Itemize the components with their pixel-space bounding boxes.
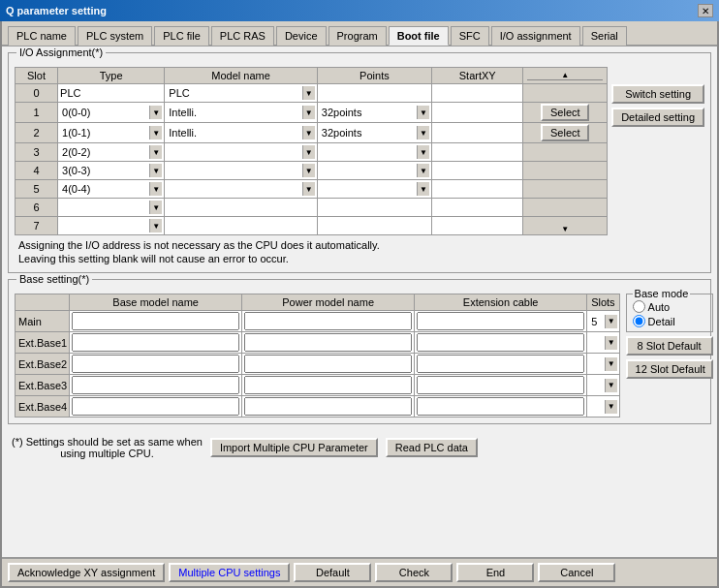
base-model-input[interactable] (72, 333, 239, 352)
tab-plc-ras[interactable]: PLC RAS (211, 26, 274, 46)
tab-boot-file[interactable]: Boot file (389, 26, 449, 46)
points-cell[interactable]: ▼ (317, 180, 431, 199)
slot8-default-button[interactable]: 8 Slot Default (626, 336, 713, 356)
select-cell[interactable]: Select (523, 123, 608, 143)
model-cell[interactable]: ▼ (165, 180, 318, 199)
base-model-cell[interactable] (70, 396, 242, 418)
slots-cell[interactable]: ▼ (587, 332, 619, 354)
type-dropdown-arrow[interactable]: ▼ (149, 106, 162, 119)
power-model-input[interactable] (244, 397, 412, 416)
points-cell[interactable]: 32points ▼ (317, 123, 431, 143)
base-model-input[interactable] (72, 312, 239, 330)
slots-cell[interactable]: ▼ (587, 354, 619, 375)
base-model-cell[interactable] (70, 375, 242, 396)
ext-cable-cell[interactable] (415, 375, 587, 396)
multiple-cpu-settings-button[interactable]: Multiple CPU settings (169, 563, 290, 582)
model-dropdown-arrow[interactable]: ▼ (302, 182, 315, 196)
ext-cable-cell[interactable] (415, 396, 587, 418)
power-model-input[interactable] (244, 355, 412, 373)
points-cell[interactable]: ▼ (317, 143, 431, 162)
switch-setting-button[interactable]: Switch setting (611, 84, 704, 104)
slots-dropdown-arrow[interactable]: ▼ (605, 379, 617, 392)
type-dropdown-arrow[interactable]: ▼ (149, 201, 162, 214)
slots-dropdown-arrow[interactable]: ▼ (605, 315, 617, 328)
points-dropdown-arrow[interactable]: ▼ (417, 182, 429, 196)
ext-cable-cell[interactable] (415, 354, 587, 375)
check-button[interactable]: Check (375, 563, 453, 582)
tab-program[interactable]: Program (328, 26, 387, 46)
ext-cable-input[interactable] (417, 312, 584, 330)
type-dropdown-arrow[interactable]: ▼ (149, 126, 162, 139)
ext-cable-cell[interactable] (415, 311, 587, 332)
base-model-cell[interactable] (70, 311, 242, 332)
ext-cable-input[interactable] (417, 376, 584, 394)
power-model-cell[interactable] (242, 375, 415, 396)
tab-plc-name[interactable]: PLC name (8, 26, 76, 46)
type-cell[interactable]: ▼ (58, 199, 165, 217)
type-dropdown-arrow[interactable]: ▼ (149, 164, 162, 177)
ext-cable-input[interactable] (417, 397, 584, 416)
type-cell[interactable]: 1(0-1) ▼ (58, 123, 165, 143)
power-model-input[interactable] (244, 376, 412, 394)
power-model-cell[interactable] (242, 396, 415, 418)
model-dropdown-arrow[interactable]: ▼ (302, 126, 315, 139)
scroll-down-cell[interactable]: ▼ (523, 217, 608, 235)
points-dropdown-arrow[interactable]: ▼ (417, 126, 429, 139)
tab-plc-file[interactable]: PLC file (154, 26, 209, 46)
model-dropdown-arrow[interactable]: ▼ (302, 86, 315, 100)
tab-sfc[interactable]: SFC (451, 26, 489, 46)
select-cell[interactable]: Select (523, 103, 608, 123)
detailed-setting-button[interactable]: Detailed setting (611, 108, 704, 127)
slot12-default-button[interactable]: 12 Slot Default (626, 359, 713, 379)
points-dropdown-arrow[interactable]: ▼ (417, 164, 429, 177)
slots-cell[interactable]: 5 ▼ (587, 311, 619, 332)
points-cell[interactable]: ▼ (317, 162, 431, 180)
model-cell[interactable]: PLC ▼ (165, 84, 318, 103)
acknowledge-xy-button[interactable]: Acknowledge XY assignment (8, 563, 165, 582)
model-dropdown-arrow[interactable]: ▼ (302, 164, 315, 177)
slots-dropdown-arrow[interactable]: ▼ (605, 400, 617, 414)
model-cell[interactable]: ▼ (165, 143, 318, 162)
model-cell[interactable]: ▼ (165, 162, 318, 180)
read-plc-data-button[interactable]: Read PLC data (386, 438, 478, 457)
power-model-cell[interactable] (242, 311, 415, 332)
type-cell[interactable]: 2(0-2) ▼ (58, 143, 165, 162)
ext-cable-cell[interactable] (415, 332, 587, 354)
detail-radio[interactable] (633, 315, 645, 327)
type-dropdown-arrow[interactable]: ▼ (149, 145, 162, 159)
auto-radio[interactable] (633, 300, 645, 313)
select-button-1[interactable]: Select (541, 104, 589, 121)
base-model-cell[interactable] (70, 354, 242, 375)
model-dropdown-arrow[interactable]: ▼ (302, 145, 315, 159)
cancel-button[interactable]: Cancel (538, 563, 615, 582)
points-cell[interactable]: 32points ▼ (317, 103, 431, 123)
base-model-input[interactable] (72, 397, 239, 416)
points-dropdown-arrow[interactable]: ▼ (417, 106, 429, 119)
tab-io-assignment[interactable]: I/O assignment (491, 26, 580, 46)
type-dropdown-arrow[interactable]: ▼ (149, 182, 162, 196)
type-cell[interactable]: 4(0-4) ▼ (58, 180, 165, 199)
base-model-cell[interactable] (70, 332, 242, 354)
slots-cell[interactable]: ▼ (587, 396, 619, 418)
base-model-input[interactable] (72, 376, 239, 394)
model-dropdown-arrow[interactable]: ▼ (302, 106, 315, 119)
slots-dropdown-arrow[interactable]: ▼ (605, 336, 617, 350)
import-cpu-parameter-button[interactable]: Import Multiple CPU Parameter (210, 438, 378, 457)
type-cell[interactable]: 3(0-3) ▼ (58, 162, 165, 180)
power-model-input[interactable] (244, 333, 412, 352)
end-button[interactable]: End (456, 563, 534, 582)
default-button[interactable]: Default (294, 563, 371, 582)
model-cell[interactable]: Intelli. ▼ (165, 103, 318, 123)
type-cell[interactable]: ▼ (58, 217, 165, 235)
scroll-up-button[interactable]: ▲ (527, 71, 603, 80)
power-model-input[interactable] (244, 312, 412, 330)
slots-cell[interactable]: ▼ (587, 375, 619, 396)
tab-serial[interactable]: Serial (582, 26, 627, 46)
type-dropdown-arrow[interactable]: ▼ (149, 219, 162, 232)
points-dropdown-arrow[interactable]: ▼ (417, 145, 429, 159)
model-cell[interactable]: Intelli. ▼ (165, 123, 318, 143)
select-button-2[interactable]: Select (541, 124, 589, 141)
power-model-cell[interactable] (242, 354, 415, 375)
tab-plc-system[interactable]: PLC system (78, 26, 152, 46)
type-cell[interactable]: 0(0-0) ▼ (58, 103, 165, 123)
